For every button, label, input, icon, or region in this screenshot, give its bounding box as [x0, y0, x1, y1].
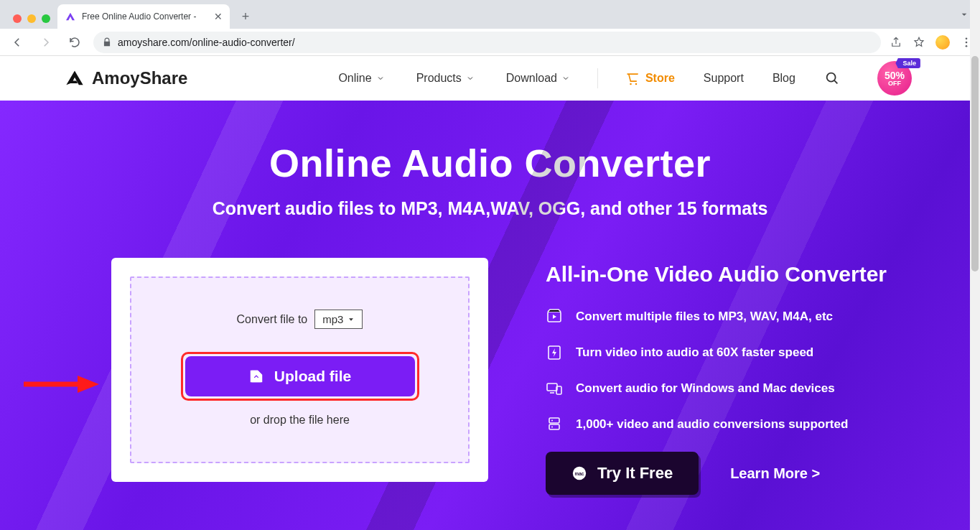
- drop-hint: or drop the file here: [250, 414, 350, 427]
- bookmark-star-icon[interactable]: [913, 36, 925, 49]
- svg-text:mac: mac: [575, 471, 584, 476]
- feature-item: Turn video into audio at 60X faster spee…: [546, 344, 887, 361]
- devices-icon: [546, 380, 563, 397]
- close-tab-icon[interactable]: ✕: [214, 11, 223, 22]
- nav-store[interactable]: Store: [625, 71, 675, 85]
- bolt-file-icon: [546, 344, 563, 361]
- logo-icon: [65, 68, 85, 88]
- upload-icon: [248, 368, 264, 384]
- svg-point-1: [966, 41, 968, 43]
- svg-point-2: [966, 45, 968, 47]
- brand-logo[interactable]: AmoyShare: [65, 68, 187, 88]
- maximize-window-icon[interactable]: [42, 14, 50, 23]
- search-icon[interactable]: [824, 70, 840, 86]
- svg-point-12: [551, 427, 553, 428]
- forward-button[interactable]: [36, 32, 56, 52]
- chevron-down-icon: [561, 74, 570, 83]
- format-select[interactable]: mp3: [314, 310, 363, 329]
- divider: [597, 68, 598, 88]
- browser-chrome: Free Online Audio Converter - ✕ + amoysh…: [0, 0, 980, 56]
- page-subtitle: Convert audio files to MP3, M4A,WAV, OGG…: [0, 198, 980, 219]
- back-button[interactable]: [7, 32, 27, 52]
- brand-name: AmoyShare: [92, 68, 187, 88]
- reload-button[interactable]: [65, 32, 85, 52]
- stack-icon: [546, 416, 563, 433]
- extension-icon[interactable]: [935, 35, 950, 50]
- macos-icon: mac: [571, 465, 587, 481]
- sale-tag: Sale: [895, 58, 920, 68]
- svg-marker-16: [78, 376, 99, 393]
- convert-label: Convert file to: [237, 313, 308, 326]
- feature-item: 1,000+ video and audio conversions suppo…: [546, 416, 887, 433]
- nav-download[interactable]: Download: [506, 72, 570, 85]
- feature-heading: All-in-One Video Audio Converter: [546, 262, 887, 287]
- window-controls[interactable]: [6, 14, 57, 29]
- nav-support[interactable]: Support: [704, 72, 744, 85]
- svg-point-0: [966, 37, 968, 39]
- svg-rect-9: [549, 418, 559, 423]
- drop-zone[interactable]: Convert file to mp3 Upload file or drop …: [130, 276, 470, 463]
- svg-rect-10: [549, 424, 559, 429]
- address-bar[interactable]: amoyshare.com/online-audio-converter/: [93, 32, 881, 53]
- feature-item: Convert multiple files to MP3, WAV, M4A,…: [546, 308, 887, 325]
- svg-point-11: [551, 420, 553, 422]
- caret-down-icon: [347, 316, 355, 323]
- favicon-icon: [65, 11, 76, 22]
- nav-products[interactable]: Products: [416, 72, 475, 85]
- svg-point-3: [827, 73, 836, 82]
- share-icon[interactable]: [890, 36, 902, 49]
- annotation-arrow-icon: [20, 373, 99, 395]
- upload-card: Convert file to mp3 Upload file or drop …: [111, 258, 488, 482]
- chevron-down-icon: [376, 74, 385, 83]
- try-free-button[interactable]: mac Try It Free: [546, 452, 699, 495]
- cart-icon: [625, 71, 640, 85]
- nav-blog[interactable]: Blog: [773, 72, 795, 85]
- hero-section: Online Audio Converter Convert audio fil…: [0, 101, 980, 530]
- lock-icon: [102, 37, 112, 47]
- new-tab-button[interactable]: +: [235, 6, 256, 27]
- sale-badge[interactable]: Sale 50% OFF: [877, 61, 916, 96]
- tab-title: Free Online Audio Converter -: [82, 11, 208, 22]
- chevron-down-icon: [466, 74, 475, 83]
- feature-item: Convert audio for Windows and Mac device…: [546, 380, 887, 397]
- close-window-icon[interactable]: [13, 14, 22, 23]
- minimize-window-icon[interactable]: [27, 14, 36, 23]
- page-title: Online Audio Converter: [0, 101, 980, 185]
- url-text: amoyshare.com/online-audio-converter/: [118, 37, 295, 48]
- video-file-icon: [546, 308, 563, 325]
- site-header: AmoyShare Online Products Download Store…: [0, 56, 980, 101]
- learn-more-link[interactable]: Learn More >: [730, 465, 820, 482]
- svg-rect-7: [547, 383, 557, 391]
- upload-file-button[interactable]: Upload file: [185, 356, 415, 396]
- nav-online[interactable]: Online: [338, 72, 384, 85]
- browser-tab[interactable]: Free Online Audio Converter - ✕: [57, 4, 230, 29]
